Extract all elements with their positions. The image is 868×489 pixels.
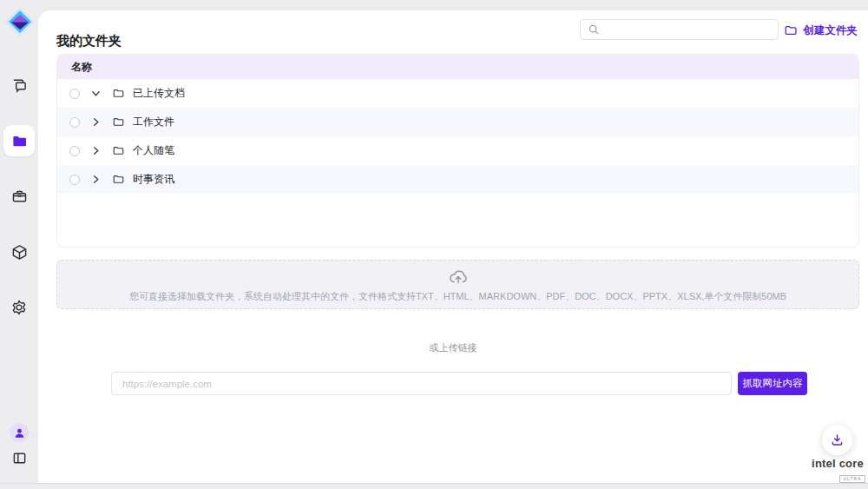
sidebar-item-settings[interactable]: [3, 292, 35, 323]
download-icon: [830, 433, 845, 447]
intel-core-logo: intel core ULTRA: [806, 458, 868, 483]
create-folder-button[interactable]: 创建文件夹: [784, 21, 858, 40]
url-input[interactable]: [111, 372, 732, 395]
folder-row[interactable]: 个人随笔: [57, 136, 858, 165]
chevron-icon[interactable]: [91, 146, 101, 155]
sidebar-nav: [0, 69, 38, 323]
link-upload-label: 或上传链接: [38, 341, 868, 354]
folder-name: 工作文件: [133, 115, 174, 129]
chevron-icon[interactable]: [91, 175, 101, 184]
chevron-icon[interactable]: [91, 117, 101, 127]
folder-rows: 已上传文档 工作文件 个人随笔: [57, 79, 858, 194]
folder-icon: [11, 133, 28, 149]
sidebar-item-chat[interactable]: [3, 69, 35, 101]
app-window: 我的文件夹 创建文件夹 名称: [0, 0, 868, 489]
folder-row[interactable]: 时事资讯: [57, 165, 858, 194]
panel-toggle-icon: [12, 451, 27, 466]
sidebar-bottom: [0, 423, 38, 469]
search-icon: [589, 24, 599, 35]
cube-icon: [11, 244, 28, 261]
folder-name: 时事资讯: [133, 172, 174, 187]
folder-name: 个人随笔: [133, 143, 174, 158]
create-folder-label: 创建文件夹: [804, 23, 858, 38]
folder-name: 已上传文档: [133, 86, 185, 101]
row-checkbox[interactable]: [69, 89, 80, 99]
sidebar-item-folders[interactable]: [3, 125, 35, 156]
account-avatar[interactable]: [10, 423, 29, 442]
download-fab-button[interactable]: [822, 425, 852, 455]
row-checkbox[interactable]: [69, 175, 80, 185]
folder-plus-icon: [784, 23, 798, 37]
briefcase-icon: [11, 188, 28, 205]
chevron-icon[interactable]: [91, 89, 101, 98]
folder-row[interactable]: 已上传文档: [57, 79, 858, 108]
sidebar-item-workspace[interactable]: [3, 181, 35, 212]
intel-brand-text: intel core: [806, 458, 868, 469]
window-bottom-edge: [0, 483, 868, 489]
main-panel: 我的文件夹 创建文件夹 名称: [38, 10, 868, 483]
upload-hint: 您可直接选择加载文件夹，系统自动处理其中的文件，文件格式支持TXT、HTML、M…: [129, 290, 786, 303]
upload-dropzone[interactable]: 您可直接选择加载文件夹，系统自动处理其中的文件，文件格式支持TXT、HTML、M…: [56, 260, 859, 309]
collapse-panel-button[interactable]: [12, 451, 27, 469]
name-column-header: 名称: [71, 60, 92, 75]
fetch-url-button[interactable]: 抓取网址内容: [738, 372, 807, 395]
folder-icon: [112, 87, 125, 100]
row-checkbox[interactable]: [69, 146, 80, 156]
table-header: 名称: [57, 55, 858, 79]
cloud-upload-icon: [448, 267, 469, 287]
search-input[interactable]: [604, 20, 778, 39]
page-title: 我的文件夹: [56, 33, 122, 50]
folder-icon: [112, 144, 125, 157]
diamond-logo-icon: [4, 6, 36, 37]
folder-row[interactable]: 工作文件: [57, 108, 858, 136]
row-checkbox[interactable]: [69, 117, 80, 128]
folder-icon: [112, 116, 125, 129]
folder-icon: [112, 173, 125, 186]
chat-icon: [11, 77, 28, 94]
sidebar-item-models[interactable]: [3, 236, 35, 268]
intel-ultra-badge: ULTRA: [839, 475, 865, 483]
search-box[interactable]: [580, 19, 779, 40]
folder-table: 名称 已上传文档 工作文件: [56, 54, 859, 248]
gear-icon: [10, 299, 28, 316]
user-icon: [14, 427, 25, 439]
sidebar: [0, 0, 38, 483]
app-logo[interactable]: [4, 6, 36, 37]
